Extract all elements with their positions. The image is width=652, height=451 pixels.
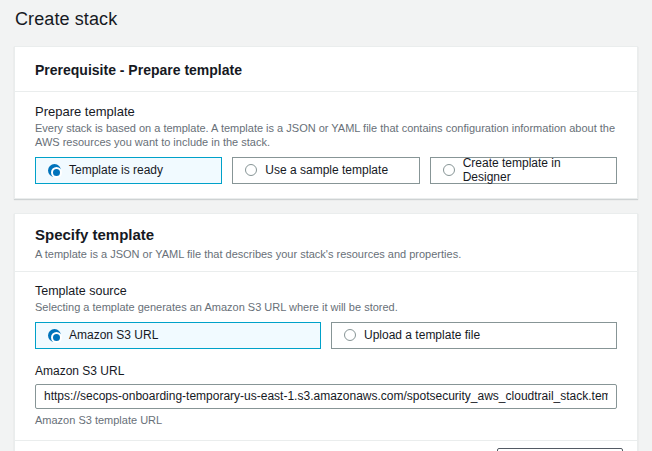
amazon-s3-url-input[interactable] [35, 384, 617, 409]
radio-tile-label: Template is ready [69, 163, 163, 177]
radio-icon[interactable] [48, 329, 61, 342]
radio-tile-amazon-s3-url[interactable]: Amazon S3 URL [35, 322, 321, 349]
amazon-s3-url-label: Amazon S3 URL [35, 364, 617, 378]
prerequisite-card-title: Prerequisite - Prepare template [35, 62, 617, 78]
page-title: Create stack [15, 9, 638, 30]
specify-template-card-header: Specify template A template is a JSON or… [15, 214, 637, 273]
radio-tile-upload-template-file[interactable]: Upload a template file [331, 322, 617, 349]
specify-template-card-body: Template source Selecting a template gen… [15, 272, 637, 439]
s3-url-row: S3 URL: https://secops-onboarding-tempor… [15, 440, 637, 451]
prerequisite-card-body: Prepare template Every stack is based on… [15, 92, 637, 198]
specify-template-card: Specify template A template is a JSON or… [14, 213, 638, 451]
amazon-s3-url-helper: Amazon S3 template URL [35, 414, 617, 426]
radio-icon[interactable] [443, 164, 455, 176]
create-stack-page: Create stack Prerequisite - Prepare temp… [0, 0, 652, 451]
prepare-template-description: Every stack is based on a template. A te… [35, 121, 617, 150]
prepare-template-options: Template is ready Use a sample template … [35, 157, 617, 184]
radio-tile-label: Upload a template file [364, 328, 480, 342]
radio-tile-use-sample-template[interactable]: Use a sample template [232, 157, 419, 184]
radio-tile-create-template-in-designer[interactable]: Create template in Designer [430, 157, 617, 184]
template-source-description: Selecting a template generates an Amazon… [35, 300, 617, 314]
prerequisite-card: Prerequisite - Prepare template Prepare … [14, 46, 638, 199]
specify-template-title: Specify template [35, 226, 617, 243]
radio-tile-template-is-ready[interactable]: Template is ready [35, 157, 222, 184]
template-source-options: Amazon S3 URL Upload a template file [35, 322, 617, 349]
prepare-template-label: Prepare template [35, 104, 617, 119]
radio-icon[interactable] [344, 329, 356, 341]
template-source-label: Template source [35, 284, 617, 298]
radio-tile-label: Amazon S3 URL [69, 328, 158, 342]
prerequisite-card-header: Prerequisite - Prepare template [15, 47, 637, 92]
radio-icon[interactable] [245, 164, 257, 176]
radio-tile-label: Create template in Designer [463, 156, 604, 184]
radio-icon[interactable] [48, 164, 61, 177]
radio-tile-label: Use a sample template [265, 163, 388, 177]
specify-template-description: A template is a JSON or YAML file that d… [35, 247, 617, 262]
